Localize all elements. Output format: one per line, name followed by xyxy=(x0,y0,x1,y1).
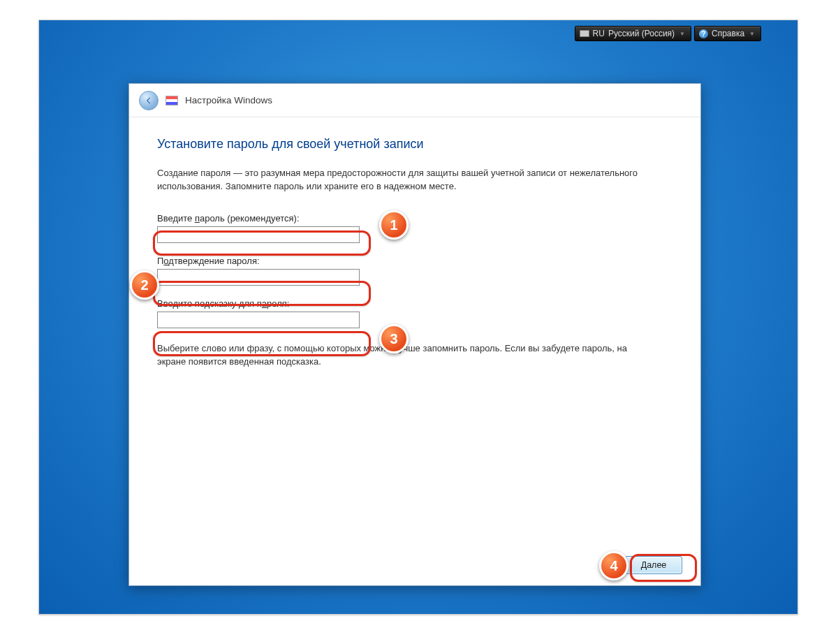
confirm-label: Подтверждение пароля: xyxy=(157,256,672,266)
password-input[interactable] xyxy=(157,226,360,243)
help-label: Справка xyxy=(712,29,744,38)
password-field-group: Введите пароль (рекомендуется): xyxy=(157,213,672,243)
hint-field-group: Введите подсказку для пароля: xyxy=(157,298,672,328)
window-content: Установите пароль для своей учетной запи… xyxy=(129,117,700,388)
back-button[interactable] xyxy=(139,91,159,110)
window-footer: Далее xyxy=(129,545,700,585)
language-code: RU xyxy=(593,29,605,38)
password-label: Введите пароль (рекомендуется): xyxy=(157,213,672,224)
setup-topbar: RU Русский (Россия) ▼ ? Справка ▼ xyxy=(575,26,761,41)
help-icon: ? xyxy=(699,29,708,38)
page-heading: Установите пароль для своей учетной запи… xyxy=(157,137,672,152)
chevron-down-icon: ▼ xyxy=(749,31,755,37)
desktop-background: RU Русский (Россия) ▼ ? Справка ▼ Настро… xyxy=(38,20,798,615)
confirm-input[interactable] xyxy=(157,269,360,286)
chevron-down-icon: ▼ xyxy=(679,31,685,37)
language-selector[interactable]: RU Русский (Россия) ▼ xyxy=(575,26,691,41)
window-header: Настройка Windows xyxy=(129,84,700,117)
setup-window: Настройка Windows Установите пароль для … xyxy=(128,83,701,586)
window-title: Настройка Windows xyxy=(185,95,272,105)
hint-label: Введите подсказку для пароля: xyxy=(157,298,672,309)
language-name: Русский (Россия) xyxy=(608,29,675,38)
arrow-left-icon xyxy=(144,96,154,105)
keyboard-icon xyxy=(580,30,589,37)
hint-input[interactable] xyxy=(157,312,360,328)
hint-description: Выберите слово или фразу, с помощью кото… xyxy=(157,342,639,369)
confirm-field-group: Подтверждение пароля: xyxy=(157,256,672,286)
page-description: Создание пароля — это разумная мера пред… xyxy=(157,167,639,193)
windows-flag-icon xyxy=(166,96,178,105)
next-button[interactable]: Далее xyxy=(625,556,682,574)
help-button[interactable]: ? Справка ▼ xyxy=(694,26,761,41)
